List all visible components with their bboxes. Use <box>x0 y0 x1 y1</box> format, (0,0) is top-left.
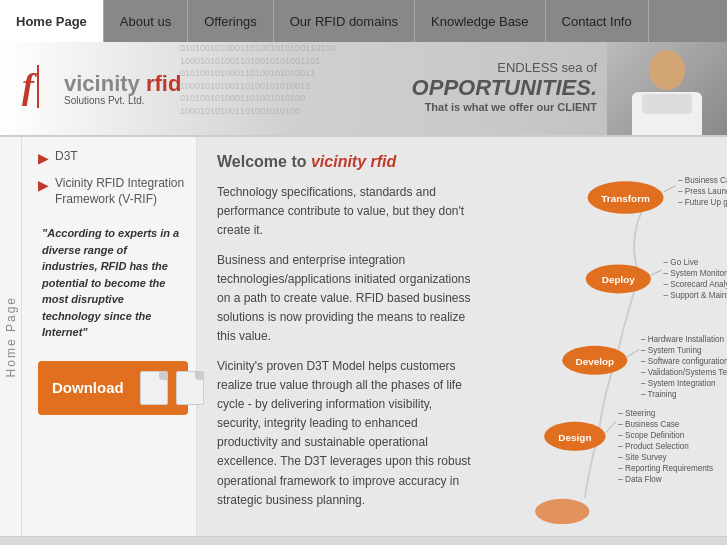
arrow-icon: ▶ <box>38 150 49 166</box>
nav-knowledge[interactable]: Knowledge Base <box>415 0 546 42</box>
svg-text:– Validation/Systems Test: – Validation/Systems Test <box>641 368 727 377</box>
svg-line-20 <box>627 349 639 356</box>
page-footer: Designed by OPEL Systems & Consultants P… <box>0 536 727 545</box>
svg-text:– System Integration: – System Integration <box>641 379 716 388</box>
tagline-line2: OPPORTUNITIES. <box>412 75 597 101</box>
svg-text:– Reporting Requirements: – Reporting Requirements <box>618 464 713 473</box>
sidebar: ▶ D3T ▶ Vicinity RFID Integration Framew… <box>22 137 197 536</box>
app-container: Home Page About us Offerings Our RFID do… <box>0 0 727 545</box>
doc-icon-2 <box>176 371 204 405</box>
svg-text:– Data Flow: – Data Flow <box>618 475 661 484</box>
sidebar-quote: "According to experts in a diverse range… <box>38 217 188 349</box>
content-para3: Vicinity's proven D3T Model helps custom… <box>217 357 477 511</box>
doc-icon-1 <box>140 371 168 405</box>
svg-text:Design: Design <box>558 432 591 443</box>
svg-point-2 <box>649 50 685 90</box>
content-para2: Business and enterprise integration tech… <box>217 251 477 347</box>
sidebar-d3t-label: D3T <box>55 149 78 165</box>
logo: f vicinity rfid Solutions Pvt. Ltd. <box>0 50 201 128</box>
arrow-icon-2: ▶ <box>38 177 49 193</box>
diagram-svg: Transform – Business Case – Press Launch… <box>497 145 727 525</box>
sidebar-content: ▶ D3T ▶ Vicinity RFID Integration Framew… <box>22 137 196 427</box>
svg-text:– Go Live: – Go Live <box>664 258 699 267</box>
logo-icon: f <box>20 60 56 118</box>
svg-text:– Hardware Installation: – Hardware Installation <box>641 335 724 344</box>
svg-line-13 <box>651 270 662 275</box>
main-content-row: Home Page ▶ D3T ▶ Vicinity RFID Integrat… <box>0 137 727 536</box>
d3t-diagram: Transform – Business Case – Press Launch… <box>497 137 727 536</box>
svg-text:– Support & Maintenance: – Support & Maintenance <box>664 291 727 300</box>
welcome-prefix: Welcome to <box>217 153 311 170</box>
svg-text:– System Monitoring: – System Monitoring <box>664 269 727 278</box>
svg-text:– Software configuration: – Software configuration <box>641 357 727 366</box>
svg-line-29 <box>606 421 617 433</box>
hero-bg-pattern: 0101001010001101001010100110100 10001010… <box>180 42 440 137</box>
main-nav: Home Page About us Offerings Our RFID do… <box>0 0 727 42</box>
tagline-bold: CLIENT <box>557 101 597 113</box>
logo-text: vicinity rfid Solutions Pvt. Ltd. <box>64 71 181 106</box>
svg-text:– Business Case: – Business Case <box>618 420 679 429</box>
nav-offerings[interactable]: Offerings <box>188 0 274 42</box>
sidebar-rotate-label-wrap: Home Page <box>0 137 22 536</box>
nav-home[interactable]: Home Page <box>0 0 104 42</box>
svg-text:Transform: Transform <box>601 193 650 204</box>
svg-text:– Product Selection: – Product Selection <box>618 442 688 451</box>
svg-text:– System Tuning: – System Tuning <box>641 346 702 355</box>
sidebar-page-label: Home Page <box>0 288 22 385</box>
hero-banner: f vicinity rfid Solutions Pvt. Ltd. 0101… <box>0 42 727 137</box>
nav-rfid[interactable]: Our RFID domains <box>274 0 415 42</box>
logo-brand: vicinity rfid <box>64 71 181 97</box>
download-button[interactable]: Download <box>38 361 188 415</box>
main-content: Welcome to vicinity rfid Technology spec… <box>197 137 497 536</box>
svg-text:– Steering: – Steering <box>618 409 655 418</box>
sidebar-item-d3t[interactable]: ▶ D3T <box>38 149 188 166</box>
hero-tagline: ENDLESS sea of OPPORTUNITIES. That is wh… <box>412 60 597 113</box>
svg-text:– Site Survey: – Site Survey <box>618 453 667 462</box>
logo-subtitle: Solutions Pvt. Ltd. <box>64 95 181 106</box>
svg-rect-4 <box>642 94 692 114</box>
svg-text:Deploy: Deploy <box>602 274 636 285</box>
welcome-heading: Welcome to vicinity rfid <box>217 153 477 171</box>
welcome-brand: vicinity rfid <box>311 153 396 170</box>
tagline-line1: ENDLESS sea of <box>412 60 597 75</box>
svg-text:– Press Launch: – Press Launch <box>678 187 727 196</box>
svg-text:– Future Up gradation: – Future Up gradation <box>678 198 727 207</box>
download-label: Download <box>52 379 124 396</box>
sidebar-vrif-label: Vicinity RFID Integration Framework (V-R… <box>55 176 188 207</box>
svg-text:– Scope Definition: – Scope Definition <box>618 431 684 440</box>
svg-text:f: f <box>22 66 37 106</box>
svg-text:– Scorecard Analysis: – Scorecard Analysis <box>664 280 727 289</box>
svg-point-37 <box>535 499 589 524</box>
hero-person-image <box>607 42 727 137</box>
nav-about[interactable]: About us <box>104 0 188 42</box>
sidebar-item-vrif[interactable]: ▶ Vicinity RFID Integration Framework (V… <box>38 176 188 207</box>
tagline-line3: That is what we offer our CLIENT <box>412 101 597 113</box>
svg-text:Develop: Develop <box>575 356 614 367</box>
svg-text:– Training: – Training <box>641 390 677 399</box>
svg-text:– Business Case: – Business Case <box>678 176 727 185</box>
svg-line-7 <box>664 186 676 192</box>
content-para1: Technology specifications, standards and… <box>217 183 477 241</box>
nav-contact[interactable]: Contact Info <box>546 0 649 42</box>
tagline-prefix: That is what we offer our <box>425 101 555 113</box>
